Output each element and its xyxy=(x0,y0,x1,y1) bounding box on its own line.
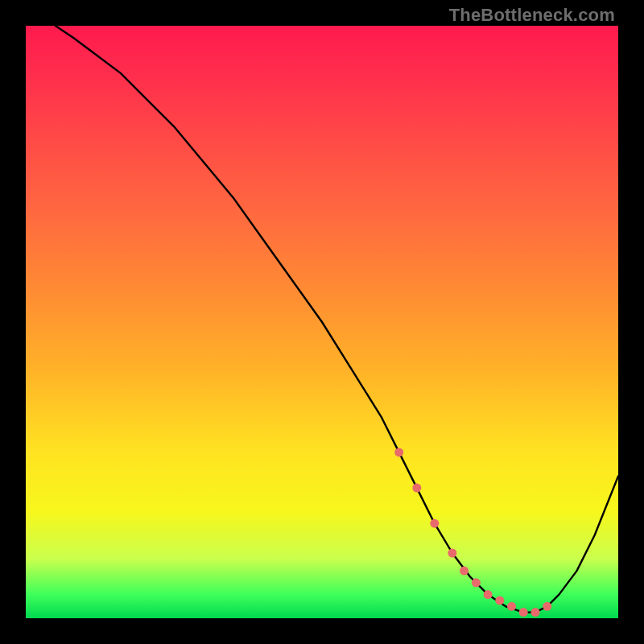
highlight-marker xyxy=(394,448,403,456)
highlight-marker xyxy=(460,567,469,576)
highlight-marker xyxy=(484,590,493,599)
highlight-marker xyxy=(448,549,456,558)
chart-frame: TheBottleneck.com xyxy=(0,0,644,644)
chart-svg xyxy=(26,26,618,618)
highlight-marker xyxy=(430,519,439,528)
bottleneck-curve-line xyxy=(56,26,618,613)
watermark-text: TheBottleneck.com xyxy=(449,5,615,26)
highlight-marker xyxy=(495,596,504,605)
highlight-marker xyxy=(412,484,421,493)
highlight-marker xyxy=(543,602,551,611)
highlight-marker xyxy=(507,602,516,611)
plot-area xyxy=(26,26,618,618)
highlight-marker xyxy=(519,608,528,617)
highlight-marker xyxy=(472,578,481,587)
highlight-markers xyxy=(394,448,551,617)
highlight-marker xyxy=(531,608,540,617)
